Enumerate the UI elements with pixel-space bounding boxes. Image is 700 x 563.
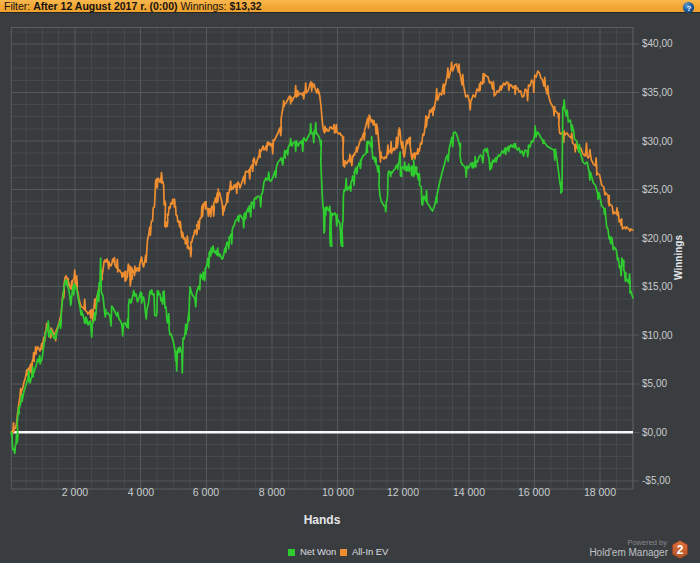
svg-text:2: 2 xyxy=(677,543,684,557)
svg-text:?: ? xyxy=(687,4,692,13)
